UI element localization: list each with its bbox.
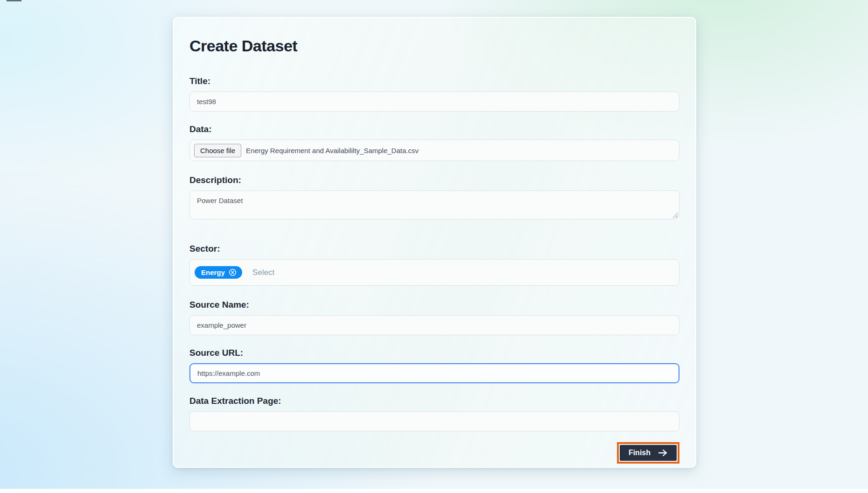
screen-edge-artifact xyxy=(7,0,21,1)
data-extraction-page-label: Data Extraction Page: xyxy=(189,396,679,406)
description-label: Description: xyxy=(189,175,679,185)
title-label: Title: xyxy=(189,76,679,86)
data-file-input[interactable]: Choose file Energy Requirement and Avail… xyxy=(189,140,679,161)
description-field-group: Description: Power Dataset xyxy=(189,175,679,219)
source-url-input[interactable] xyxy=(189,363,679,383)
source-url-label: Source URL: xyxy=(189,348,679,358)
sector-placeholder: Select xyxy=(252,268,274,277)
source-name-input[interactable] xyxy=(189,315,679,335)
finish-button[interactable]: Finish xyxy=(620,445,677,461)
sector-tag-label: Energy xyxy=(201,268,225,276)
choose-file-button[interactable]: Choose file xyxy=(194,144,241,157)
finish-button-label: Finish xyxy=(629,449,651,457)
description-textarea[interactable]: Power Dataset xyxy=(189,190,679,219)
source-name-field-group: Source Name: xyxy=(189,300,679,335)
sector-select[interactable]: Energy Select xyxy=(189,259,679,286)
sector-field-group: Sector: Energy Select xyxy=(189,244,679,286)
sector-label: Sector: xyxy=(189,244,679,254)
arrow-right-icon xyxy=(658,449,668,457)
create-dataset-card: Create Dataset Title: Data: Choose file … xyxy=(173,17,696,468)
data-extraction-page-field-group: Data Extraction Page: xyxy=(189,396,679,431)
bottom-strip xyxy=(0,489,868,493)
selected-file-name: Energy Requirement and Availabililty_Sam… xyxy=(246,147,419,155)
source-name-label: Source Name: xyxy=(189,300,679,310)
data-extraction-page-input[interactable] xyxy=(189,411,679,431)
data-label: Data: xyxy=(189,124,679,134)
page-title: Create Dataset xyxy=(189,36,682,56)
title-input[interactable] xyxy=(189,92,679,112)
circle-x-icon[interactable] xyxy=(229,268,237,276)
source-url-field-group: Source URL: xyxy=(189,348,679,383)
title-field-group: Title: xyxy=(189,76,679,112)
data-field-group: Data: Choose file Energy Requirement and… xyxy=(189,124,679,161)
sector-tag-energy[interactable]: Energy xyxy=(195,266,242,279)
finish-highlight-box: Finish xyxy=(617,442,679,464)
finish-row: Finish xyxy=(189,442,679,464)
